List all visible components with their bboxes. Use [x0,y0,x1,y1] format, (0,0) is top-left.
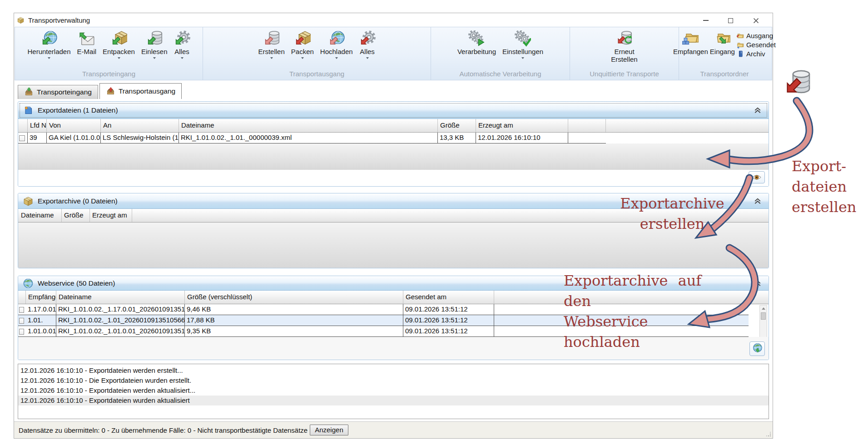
column-header[interactable]: Erzeugt am [476,119,568,132]
dropdown-caret-icon [521,57,524,59]
column-header[interactable]: Größe [62,209,90,222]
close-button[interactable] [748,16,764,25]
column-header-extra[interactable] [568,119,606,132]
folder-outbox-icon [737,32,744,40]
folder-inbox-icon [714,30,730,47]
ribbon-button-label: Einlesen [141,48,168,55]
collapse-chevron-button[interactable] [752,279,763,287]
package-pack-red-icon [294,30,311,47]
database-import-green-icon [146,30,163,47]
column-header-gutter[interactable] [18,119,28,132]
row-checkbox[interactable] [19,318,24,324]
ribbon-button-label: Erneut Erstellen [607,48,642,63]
panel-title: Exportarchive (0 Dateien) [38,197,118,205]
ribbon-button-label: Entpacken [103,48,135,55]
cell-dateiname: RKI_1.01.0.02._1.17.0.01_202601091351097… [56,304,185,315]
ribbon-button-label: Empfangen [673,48,708,55]
column-header-filler [606,119,769,132]
ribbon-button-alles-ausgang[interactable]: Alles [357,29,378,59]
ribbon-button-hochladen[interactable]: Hochladen [317,29,356,59]
panel-exportdateien-header[interactable]: Exportdateien (1 Dateien) [18,102,769,119]
minimize-button[interactable] [698,16,714,25]
exportdateien-footer [18,170,769,187]
row-checkbox[interactable] [19,329,24,335]
column-header[interactable]: Gesendet am [403,291,494,304]
ribbon-button-email[interactable]: E-Mail [74,29,99,59]
column-header[interactable]: Erzeugt am [90,209,132,222]
ribbon-button-label: Hochladen [320,48,353,55]
webservice-upload-button[interactable] [749,341,765,356]
cell-an: LS Schleswig-Holstein (1.01.) [101,133,179,143]
table-row[interactable]: 39 GA Kiel (1.01.0.02.) LS Schleswig-Hol… [18,133,606,143]
cell-empfaenger: 1.17.0.01. [26,304,56,315]
collapse-chevron-button[interactable] [752,197,763,205]
dropdown-caret-icon [181,57,184,59]
ribbon-button-label: Gesendet [746,41,776,49]
column-header[interactable]: Lfd Nr. [28,119,47,132]
ribbon-group-label: Automatische Verarbeitung [431,70,570,80]
ribbon-button-label: Eingang [710,48,735,55]
ribbon-button-eingang[interactable]: Eingang [709,29,736,59]
log-line: 12.01.2026 16:10:10 - Exportdateien wurd… [18,396,769,405]
annotation-line: Webservice hochladen [564,311,718,352]
tab-bar: Transporteingang Transportausgang [18,83,182,99]
dropdown-caret-icon [48,57,50,59]
ribbon-button-label: Ausgang [746,32,773,40]
ribbon-group-label: Transportausgang [203,70,431,80]
ribbon-button-verarbeitung[interactable]: Verarbeitung [455,29,499,59]
ribbon-button-einlesen[interactable]: Einlesen [139,29,170,59]
column-header[interactable]: Größe [438,119,476,132]
export-files-icon [23,105,34,116]
column-header[interactable]: Größe (verschlüsselt) [185,291,403,304]
ribbon-button-empfangen[interactable]: Empfangen [672,29,709,59]
ribbon-button-ausgang[interactable]: Ausgang [736,32,777,40]
globe-download-icon [41,30,57,47]
column-header[interactable]: Empfänger [26,291,56,304]
cell-dateiname: RKI_1.01.0.02._1.01.0.01_202601091351077… [56,326,185,336]
scroll-up-button[interactable] [760,306,767,311]
cell-groesse: 13,3 KB [438,133,476,143]
column-header[interactable]: An [101,119,179,132]
ribbon-button-gesendet[interactable]: Gesendet [736,41,777,49]
ribbon-button-archiv[interactable]: Archiv [736,50,777,58]
database-export-red-icon [263,30,280,47]
ribbon-group-label: Transportordner [679,70,770,80]
cell-gesendet-am: 09.01.2026 13:51:12 [403,315,494,326]
cell-empfaenger: 1.01. [26,315,56,326]
tab-transportausgang[interactable]: Transportausgang [99,83,182,99]
panel-title: Webservice (50 Dateien) [38,279,115,287]
row-checkbox[interactable] [19,307,24,313]
cell-groesse: 17,88 KB [185,315,403,326]
ribbon-button-einstellungen[interactable]: Einstellungen [500,29,546,59]
anzeigen-button[interactable]: Anzeigen [310,425,348,435]
cell-gesendet-am: 09.01.2026 13:51:12 [403,304,494,315]
column-header[interactable]: Dateiname [18,209,62,222]
minimize-icon [703,20,709,21]
ribbon-button-packen[interactable]: Packen [288,29,317,59]
scrollbar-thumb[interactable] [761,312,766,320]
ribbon-button-label: Herunterladen [27,48,70,55]
gears-settings-icon [515,30,531,47]
maximize-button[interactable] [723,16,738,25]
ribbon-button-erneut-erstellen[interactable]: Erneut Erstellen [605,29,645,63]
annotation-line: Export- [792,156,868,177]
resize-grip-icon[interactable] [766,432,772,437]
preview-button[interactable] [749,171,765,183]
column-header[interactable]: Dateiname [56,291,185,304]
ribbon-button-erstellen[interactable]: Erstellen [255,29,287,59]
ribbon-button-entpacken[interactable]: Entpacken [100,29,138,59]
globe-down-icon [752,343,763,354]
ribbon-button-alles-eingang[interactable]: Alles [171,29,193,59]
column-header-gutter[interactable] [18,291,26,304]
tab-transporteingang[interactable]: Transporteingang [18,85,98,99]
gold-package-icon [23,196,34,207]
collapse-chevron-button[interactable] [752,106,763,114]
column-header[interactable]: Von [47,119,101,132]
close-icon [753,18,759,24]
ribbon-button-label: Verarbeitung [457,48,496,55]
row-checkbox[interactable] [19,135,25,141]
tab-label: Transporteingang [37,88,92,96]
ribbon-button-herunterladen[interactable]: Herunterladen [25,29,73,59]
column-header[interactable]: Dateiname [179,119,438,132]
window-title: Transportverwaltung [28,16,90,24]
